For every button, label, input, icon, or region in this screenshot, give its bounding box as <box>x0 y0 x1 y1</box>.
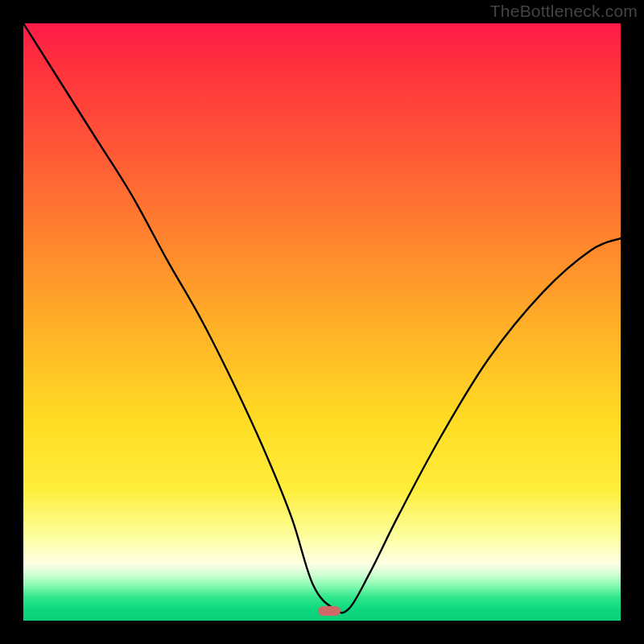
watermark-text: TheBottleneck.com <box>490 2 638 21</box>
minimum-marker <box>318 606 341 616</box>
bottleneck-curve <box>23 23 621 621</box>
plot-area <box>23 23 621 621</box>
chart-frame: TheBottleneck.com <box>0 0 644 644</box>
